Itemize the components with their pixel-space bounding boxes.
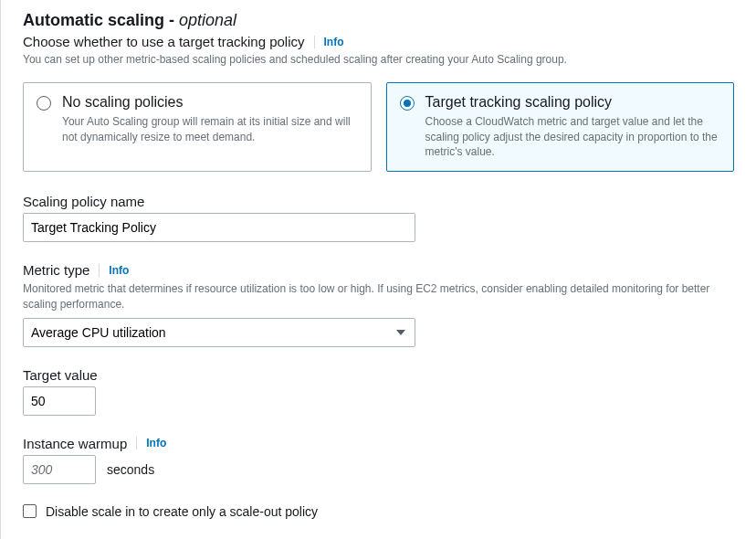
instance-warmup-label: Instance warmup [23, 436, 127, 451]
section-title: Automatic scaling - optional [23, 11, 734, 30]
target-value-input[interactable] [23, 386, 96, 416]
metric-type-select[interactable]: Average CPU utilization [23, 318, 415, 347]
info-link-metric-type[interactable]: Info [109, 264, 129, 277]
divider [99, 264, 100, 277]
divider [314, 36, 315, 48]
info-link-instance-warmup[interactable]: Info [146, 437, 166, 449]
info-link-header[interactable]: Info [324, 36, 344, 48]
disable-scale-in-checkbox[interactable] [23, 504, 37, 518]
policy-name-input[interactable] [23, 213, 415, 242]
section-hint: You can set up other metric-based scalin… [23, 52, 734, 68]
divider [136, 437, 137, 449]
instance-warmup-input[interactable] [23, 455, 96, 484]
radio-no-scaling-policies[interactable]: No scaling policies Your Auto Scaling gr… [23, 82, 372, 172]
radio-description: Your Auto Scaling group will remain at i… [62, 114, 358, 145]
policy-name-label: Scaling policy name [23, 194, 144, 209]
radio-title: No scaling policies [62, 94, 358, 111]
section-title-optional: optional [179, 11, 236, 29]
section-title-main: Automatic scaling - [23, 11, 179, 29]
metric-type-label: Metric type [23, 262, 89, 278]
instance-warmup-unit: seconds [107, 462, 154, 477]
target-value-label: Target value [23, 367, 98, 383]
radio-icon [37, 96, 51, 111]
radio-target-tracking-policy[interactable]: Target tracking scaling policy Choose a … [386, 82, 735, 172]
section-subtitle: Choose whether to use a target tracking … [23, 34, 305, 49]
radio-icon [400, 96, 415, 111]
radio-title: Target tracking scaling policy [425, 94, 721, 111]
metric-type-hint: Monitored metric that determines if reso… [23, 281, 734, 312]
disable-scale-in-label: Disable scale in to create only a scale-… [46, 504, 318, 519]
radio-description: Choose a CloudWatch metric and target va… [425, 114, 721, 160]
